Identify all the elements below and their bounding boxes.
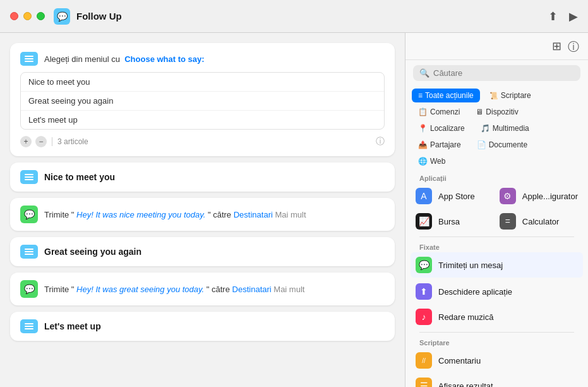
svg-rect-6 xyxy=(25,249,33,250)
chip-scriptare-icon: 📜 xyxy=(489,92,498,100)
section-header-scriptare: Scriptare xyxy=(411,335,583,348)
apple-config-icon: ⚙ xyxy=(500,188,516,204)
chip-web[interactable]: 🌐 Web xyxy=(412,154,452,168)
section-2-icon xyxy=(20,245,38,259)
chip-scriptare[interactable]: 📜 Scriptare xyxy=(483,89,537,102)
svg-rect-0 xyxy=(25,56,33,57)
category-chips-3: 📍 Localizare 🎵 Multimedia xyxy=(405,121,588,138)
section-1-label: Nice to meet you xyxy=(44,172,115,182)
chip-scriptare-label: Scriptare xyxy=(501,91,531,100)
action-deschidere-app[interactable]: ⬆ Deschidere aplicație xyxy=(411,279,583,304)
svg-rect-8 xyxy=(25,254,33,255)
category-chips-5: 🌐 Web xyxy=(405,154,588,171)
category-chips-2: 📋 Comenzi 🖥 Dispozitiv xyxy=(405,105,588,121)
svg-rect-2 xyxy=(25,61,33,62)
svg-rect-10 xyxy=(25,326,33,327)
chip-all-label: Toate acțiunile xyxy=(425,91,474,100)
svg-rect-1 xyxy=(25,58,33,59)
calculator-label: Calculator xyxy=(522,217,560,226)
item-count: 3 articole xyxy=(57,137,88,146)
right-panel-header-actions: ⊞ ⓘ xyxy=(552,39,579,54)
section-label-2: Great seeing you again xyxy=(10,237,395,266)
action-trimiteti-mesaj[interactable]: 💬 Trimiteți un mesaj xyxy=(411,252,583,278)
share-button[interactable]: ⬆ xyxy=(548,9,558,23)
search-icon: 🔍 xyxy=(419,68,429,78)
divider-2 xyxy=(419,332,574,333)
section-header-aplicatii: Aplicații xyxy=(411,171,583,183)
aplicatii-grid: A App Store ⚙ Apple...igurator 📈 Bursa =… xyxy=(411,183,583,234)
svg-rect-4 xyxy=(25,176,33,178)
redare-muzica-icon: ♪ xyxy=(416,309,432,325)
comentariu-label: Comentariu xyxy=(438,356,481,366)
chip-documente[interactable]: 📄 Documente xyxy=(471,138,534,152)
action-comentariu[interactable]: // Comentariu xyxy=(411,348,583,373)
trimiteti-mesaj-icon: 💬 xyxy=(416,257,432,273)
bursa-icon: 📈 xyxy=(416,213,432,230)
chip-localizare[interactable]: 📍 Localizare xyxy=(412,121,471,135)
menu-list: Nice to meet you Great seeing you again … xyxy=(20,72,385,130)
action-afisare-rezultat[interactable]: ☰ Afișare rezultat xyxy=(411,373,583,387)
menu-card-header: Alegeți din meniul cu Choose what to say… xyxy=(20,52,385,66)
send-1-icon: 💬 xyxy=(20,206,38,223)
action-calculator[interactable]: = Calculator xyxy=(495,209,583,234)
action-list: Aplicații A App Store ⚙ Apple...igurator… xyxy=(405,171,588,387)
chip-localizare-label: Localizare xyxy=(430,124,465,133)
add-item-button[interactable]: + xyxy=(20,136,32,147)
chip-multimedia-icon: 🎵 xyxy=(481,124,490,133)
window-title: Follow Up xyxy=(76,11,548,22)
category-chips-4: 📤 Partajare 📄 Documente xyxy=(405,138,588,154)
action-appstore[interactable]: A App Store xyxy=(411,183,495,209)
action-apple-config[interactable]: ⚙ Apple...igurator xyxy=(495,183,583,209)
send-2-icon: 💬 xyxy=(20,280,38,298)
chip-partajare[interactable]: 📤 Partajare xyxy=(412,138,467,152)
fullscreen-button[interactable] xyxy=(37,12,45,20)
add-action-button[interactable]: ⊞ xyxy=(552,39,561,54)
search-bar[interactable]: 🔍 xyxy=(413,65,580,81)
deschidere-app-label: Deschidere aplicație xyxy=(438,287,512,297)
chip-all[interactable]: ≡ Toate acțiunile xyxy=(412,89,480,102)
divider-1 xyxy=(419,236,574,237)
main-content: Alegeți din meniul cu Choose what to say… xyxy=(0,33,588,387)
titlebar: 💬 Follow Up ⬆ ▶ xyxy=(0,0,588,33)
redare-muzica-label: Redare muzică xyxy=(438,312,493,322)
send-1-text: Trimite " Hey! It was nice meeting you t… xyxy=(44,210,385,219)
chip-multimedia[interactable]: 🎵 Multimedia xyxy=(474,121,536,135)
svg-rect-7 xyxy=(25,251,33,252)
section-label-3: Let's meet up xyxy=(10,312,395,341)
titlebar-actions: ⬆ ▶ xyxy=(548,9,578,23)
chip-dispozitiv[interactable]: 🖥 Dispozitiv xyxy=(469,105,524,119)
close-button[interactable] xyxy=(10,12,18,20)
action-bursa[interactable]: 📈 Bursa xyxy=(411,209,495,234)
appstore-label: App Store xyxy=(438,192,475,201)
menu-item-1: Nice to meet you xyxy=(21,73,384,92)
chip-localizare-icon: 📍 xyxy=(418,124,428,133)
chip-partajare-icon: 📤 xyxy=(418,140,428,149)
footer-divider xyxy=(52,137,52,146)
app-icon: 💬 xyxy=(54,8,70,25)
play-button[interactable]: ▶ xyxy=(569,9,578,23)
chip-documente-icon: 📄 xyxy=(477,140,486,149)
apple-config-label: Apple...igurator xyxy=(522,192,578,201)
chip-dispozitiv-label: Dispozitiv xyxy=(486,108,518,116)
section-1-icon xyxy=(20,170,38,184)
svg-rect-5 xyxy=(25,179,33,180)
right-panel-header: ⊞ ⓘ xyxy=(405,33,588,60)
send-card-1: 💬 Trimite " Hey! It was nice meeting you… xyxy=(10,198,395,231)
remove-item-button[interactable]: − xyxy=(35,136,47,147)
section-3-label: Let's meet up xyxy=(44,321,101,331)
search-input[interactable] xyxy=(433,68,574,78)
info-panel-button[interactable]: ⓘ xyxy=(568,39,579,54)
traffic-lights xyxy=(10,12,45,20)
trimiteti-mesaj-label: Trimiteți un mesaj xyxy=(438,261,503,270)
section-header-fixate: Fixate xyxy=(411,240,583,252)
left-panel: Alegeți din meniul cu Choose what to say… xyxy=(0,33,405,387)
chip-comenzi[interactable]: 📋 Comenzi xyxy=(412,105,466,119)
info-button[interactable]: ⓘ xyxy=(376,136,385,147)
action-redare-muzica[interactable]: ♪ Redare muzică xyxy=(411,304,583,329)
choose-link[interactable]: Choose what to say: xyxy=(124,54,204,64)
chip-comenzi-icon: 📋 xyxy=(418,108,428,116)
menu-chooser-icon xyxy=(20,52,38,66)
minimize-button[interactable] xyxy=(23,12,32,20)
chip-multimedia-label: Multimedia xyxy=(493,124,529,133)
appstore-icon: A xyxy=(416,188,432,204)
